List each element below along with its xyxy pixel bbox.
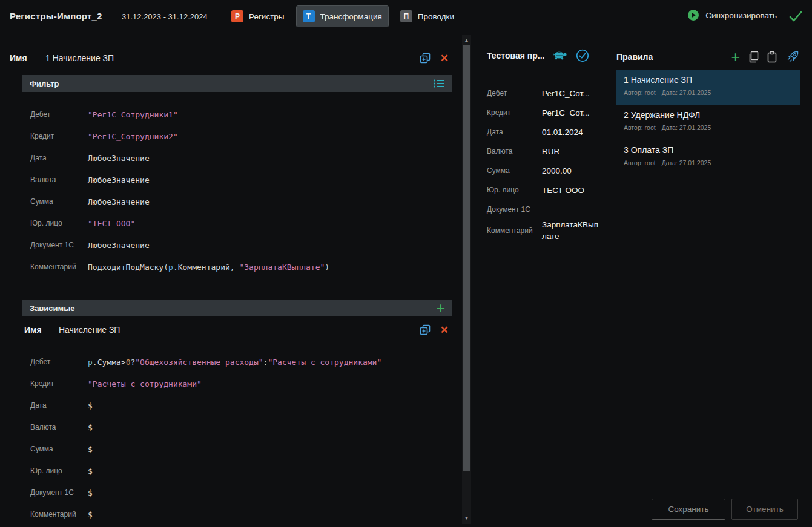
copy-icon[interactable] (748, 51, 759, 63)
rules-panel: Правила + (616, 51, 800, 511)
filter-fields: Дебет"Рег1С_Сотрудники1"Кредит"Рег1С_Сот… (30, 103, 452, 278)
test-field-row: Юр. лицоТЕСТ ООО (487, 180, 608, 200)
field-value[interactable]: "Рег1С_Сотрудники1" (88, 110, 178, 119)
save-button[interactable]: Сохранить (652, 499, 725, 520)
field-value[interactable]: "ТЕСТ ООО" (88, 219, 135, 228)
field-row: Дебет"Рег1С_Сотрудники1" (30, 103, 452, 125)
rule-item[interactable]: 1 Начисление ЗПАвтор: rootДата: 27.01.20… (616, 70, 800, 105)
field-row: Юр. лицо"ТЕСТ ООО" (30, 212, 452, 234)
scroll-down-arrow[interactable]: ▼ (462, 514, 471, 523)
turtle-icon[interactable] (552, 50, 568, 62)
field-value[interactable]: Рег1С_Сот... (542, 107, 600, 119)
cancel-button[interactable]: Отменить (731, 499, 798, 520)
field-value[interactable]: ЛюбоеЗначение (88, 241, 150, 250)
tab-регистры[interactable]: РРегистры (225, 6, 291, 27)
field-value[interactable]: 2000.00 (542, 165, 600, 177)
duplicate-dependent-icon[interactable] (419, 324, 431, 336)
tab-label: Трансформация (320, 12, 382, 21)
field-value[interactable]: Рег1С_Сот... (542, 88, 600, 99)
field-value[interactable]: 01.01.2024 (542, 126, 600, 138)
rules-list: 1 Начисление ЗПАвтор: rootДата: 27.01.20… (616, 70, 800, 175)
test-record-panel: Тестовая пр... ДебетРег1С_Сот...КредитРе… (487, 51, 611, 511)
app-title: Регистры-Импорт_2 (10, 11, 102, 21)
field-label: Дата (30, 154, 88, 162)
dependent-fields: Дебетр.Сумма>0?"Общехозяйственные расход… (30, 351, 452, 525)
test-field-row: КредитРег1С_Сот... (487, 103, 608, 122)
scroll-up-arrow[interactable]: ▲ (462, 36, 471, 45)
field-value[interactable]: р.Сумма>0?"Общехозяйственные расходы":"Р… (88, 358, 381, 367)
field-row: Дебетр.Сумма>0?"Общехозяйственные расход… (30, 351, 452, 373)
field-value[interactable]: ТЕСТ ООО (542, 185, 600, 196)
tab-label: Проводки (418, 12, 454, 21)
dependent-name-row: Имя Начисление ЗП ✕ (24, 322, 452, 337)
delete-dependent-icon[interactable]: ✕ (440, 325, 449, 335)
field-value[interactable]: "Рег1С_Сотрудники2" (88, 132, 178, 141)
field-label: Валюта (487, 147, 542, 155)
field-value[interactable]: $ (88, 488, 93, 497)
test-field-row: ДебетРег1С_Сот... (487, 83, 608, 103)
field-value[interactable]: $ (88, 466, 93, 476)
field-value[interactable]: $ (88, 445, 93, 454)
tab-bar: РРегистрыТТрансформацияППроводки (225, 6, 460, 27)
paste-icon[interactable] (767, 51, 777, 63)
field-row: Сумма$ (30, 438, 452, 460)
field-row: Валюта$ (30, 416, 452, 438)
sync-button[interactable]: Синхронизировать (687, 9, 777, 21)
field-label: Комментарий (30, 510, 88, 519)
field-value[interactable]: ЛюбоеЗначение (88, 175, 150, 185)
rule-name-value[interactable]: 1 Начисление ЗП (45, 53, 114, 63)
tab-letter-icon: П (400, 10, 412, 22)
status-check-icon (788, 10, 804, 22)
field-value[interactable]: $ (88, 401, 93, 410)
field-label: Кредит (30, 132, 88, 140)
rules-panel-title: Правила (616, 52, 653, 62)
field-value[interactable]: $ (88, 423, 93, 432)
tab-проводки[interactable]: ППроводки (394, 6, 460, 27)
field-row: Комментарий$ (30, 503, 452, 525)
rule-author: Автор: root (624, 159, 656, 166)
add-dependent-icon[interactable]: + (436, 301, 445, 315)
test-field-row: Документ 1С (487, 200, 608, 219)
field-label: Сумма (487, 166, 542, 175)
rule-title: 1 Начисление ЗП (624, 75, 793, 85)
test-record-fields: ДебетРег1С_Сот...КредитРег1С_Сот...Дата0… (487, 83, 608, 242)
field-label: Дебет (30, 358, 88, 366)
field-value[interactable]: RUR (542, 146, 600, 157)
field-label: Сумма (30, 445, 88, 453)
field-label: Документ 1С (30, 488, 88, 497)
field-value[interactable]: ПодходитПодМаску(р.Комментарий, "Зарплат… (88, 263, 329, 272)
duplicate-rule-icon[interactable] (419, 52, 431, 64)
field-value[interactable]: $ (88, 510, 93, 519)
tab-трансформация[interactable]: ТТрансформация (297, 6, 388, 27)
vertical-scrollbar[interactable]: ▲ ▼ (462, 35, 471, 524)
field-value[interactable]: ЛюбоеЗначение (88, 154, 150, 163)
field-label: Дата (30, 401, 88, 410)
add-rule-icon[interactable]: + (731, 50, 740, 64)
rule-date: Дата: 27.01.2025 (662, 89, 711, 96)
field-label: Юр. лицо (30, 219, 88, 227)
tab-letter-icon: Р (231, 10, 243, 22)
dependent-name-value[interactable]: Начисление ЗП (59, 325, 120, 335)
field-row: Документ 1СЛюбоеЗначение (30, 234, 452, 256)
rule-item[interactable]: 3 Оплата ЗПАвтор: rootДата: 27.01.2025 (616, 140, 800, 175)
field-row: ДатаЛюбоеЗначение (30, 147, 452, 169)
field-value[interactable]: ЗарплатаКВыплате (542, 219, 600, 242)
field-row: Кредит"Рег1С_Сотрудники2" (30, 125, 452, 147)
rule-title: 3 Оплата ЗП (624, 145, 793, 155)
scrollbar-thumb[interactable] (463, 45, 470, 471)
test-field-row: Сумма2000.00 (487, 161, 608, 180)
field-label: Документ 1С (30, 241, 88, 249)
field-value[interactable]: "Расчеты с сотрудниками" (88, 379, 202, 388)
delete-rule-icon[interactable]: ✕ (440, 53, 449, 64)
field-value[interactable]: ЛюбоеЗначение (88, 197, 150, 206)
name-label: Имя (24, 325, 59, 335)
check-circle-icon[interactable] (576, 49, 589, 62)
filter-list-icon[interactable] (433, 79, 445, 88)
field-label: Кредит (487, 108, 542, 117)
rule-item[interactable]: 2 Удержание НДФЛАвтор: rootДата: 27.01.2… (616, 105, 800, 140)
rocket-icon[interactable] (785, 50, 800, 64)
field-label: Кредит (30, 379, 88, 388)
field-row: ВалютаЛюбоеЗначение (30, 169, 452, 191)
rule-date: Дата: 27.01.2025 (662, 159, 711, 166)
filter-section-header: Фильтр (22, 75, 452, 92)
